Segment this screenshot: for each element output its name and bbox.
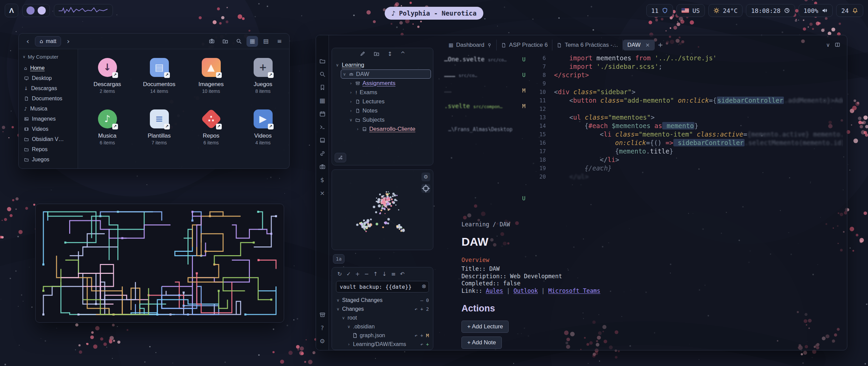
git-row-obsidian[interactable]: ∨.obsidian xyxy=(332,322,433,331)
tree-item-exams[interactable]: ›!Exams xyxy=(348,88,431,97)
tab-dashboard[interactable]: ▦Dashboard xyxy=(444,40,497,50)
sidebar-item-musica[interactable]: ♪Musica xyxy=(19,104,78,114)
explorer-sort-button[interactable]: ↕ xyxy=(388,51,392,58)
search-button[interactable] xyxy=(233,36,244,47)
note-breadcrumb[interactable]: Learning / DAW xyxy=(461,221,706,228)
folder-descargas[interactable]: ↓↗Descargas2 items xyxy=(81,50,133,101)
menu-button[interactable]: ≡ xyxy=(274,36,285,47)
ribbon-files[interactable] xyxy=(318,57,327,65)
git-undo-button[interactable]: ↶ xyxy=(400,271,405,277)
git-row-root[interactable]: ∨root xyxy=(332,313,433,322)
git-minus-button[interactable]: − xyxy=(364,271,369,277)
ribbon-camera[interactable] xyxy=(318,163,327,171)
graph-chip[interactable] xyxy=(335,153,346,162)
sidebar-item-home[interactable]: ⌂Home xyxy=(19,63,78,73)
explorer-new-folder-button[interactable] xyxy=(374,51,379,58)
ribbon-bookmarks[interactable] xyxy=(318,83,327,92)
sidebar-item-imagenes[interactable]: Imagenes xyxy=(19,114,78,124)
ribbon-book[interactable] xyxy=(318,136,327,144)
note-link-aules[interactable]: Aules xyxy=(486,287,503,294)
now-playing[interactable]: ♪ Polyphia - Neurotica xyxy=(385,7,484,20)
graph-settings-button[interactable]: ⚙ xyxy=(421,172,430,181)
git-refresh-button[interactable]: ↻ xyxy=(337,271,342,277)
git-row-changes[interactable]: ∨Changes↶ + 2 xyxy=(332,305,433,313)
tree-item-learning[interactable]: ∨Learning xyxy=(334,60,431,69)
topbar-module-clock[interactable]: 18:08:28 xyxy=(746,4,795,17)
sidebar-item-descargas[interactable]: ↓Descargas xyxy=(19,83,78,94)
topbar-widgets[interactable] xyxy=(22,4,50,17)
tab-tema-6-pr-cticas[interactable]: Tema 6 Prácticas -… xyxy=(552,40,623,50)
folder-juegos[interactable]: +↗Juegos8 items xyxy=(237,50,289,101)
sidebar-item-juegos[interactable]: Juegos xyxy=(19,155,78,165)
clear-icon[interactable]: ⊗ xyxy=(422,284,426,289)
tab-list-button[interactable]: ∨ xyxy=(826,42,830,48)
forward-button[interactable]: › xyxy=(63,36,73,46)
folder-plantillas[interactable]: ≡↗Plantillas7 items xyxy=(133,101,185,153)
sidebar-item-videos[interactable]: Videos xyxy=(19,124,78,134)
sidebar-item-documentos[interactable]: Documentos xyxy=(19,94,78,104)
sidebar-title[interactable]: ∨ My Computer xyxy=(19,54,78,63)
ribbon-help[interactable]: ? xyxy=(318,324,327,332)
graph-focus-button[interactable] xyxy=(421,184,430,193)
grid-view-button[interactable]: ▦ xyxy=(246,36,258,47)
git-check-button[interactable]: ✓ xyxy=(346,271,351,277)
action-button-add-note[interactable]: + Add Note xyxy=(461,337,502,349)
sidebar-item-repos[interactable]: Repos xyxy=(19,144,78,155)
graph-view[interactable] xyxy=(332,170,433,250)
commit-message-input[interactable] xyxy=(336,281,429,292)
widget-icon-1[interactable] xyxy=(26,6,35,15)
ribbon-search[interactable] xyxy=(318,70,327,78)
screenshot-button[interactable] xyxy=(206,36,217,47)
note-link-microsoft-teams[interactable]: Microsoft Teams xyxy=(548,287,600,294)
folder-musica[interactable]: ♪↗Musica6 items xyxy=(81,101,133,153)
list-view-button[interactable]: ▤ xyxy=(260,36,272,47)
git-menu-button[interactable]: ≡ xyxy=(391,271,395,277)
git-plus-button[interactable]: + xyxy=(355,271,360,277)
ribbon-canvas[interactable]: ▦ xyxy=(318,97,327,105)
topbar-module-keyboard-layout[interactable]: US xyxy=(676,4,705,17)
tree-item-desarrollo-cliente[interactable]: ›Desarrollo-Cliente xyxy=(354,124,431,134)
ribbon-sync[interactable] xyxy=(318,311,327,319)
folder-imagenes[interactable]: ▲↗Imagenes10 items xyxy=(185,50,237,101)
topbar-module-weather[interactable]: 24°C xyxy=(708,4,743,17)
tree-item-daw[interactable]: ∨DAW xyxy=(341,69,431,79)
tab-close-icon[interactable]: × xyxy=(645,42,650,48)
new-tab-button[interactable]: + xyxy=(655,40,666,50)
tab-daw[interactable]: DAW× xyxy=(623,40,654,50)
git-row-graph-json[interactable]: graph.json↶ + M xyxy=(332,331,433,340)
ribbon-link[interactable] xyxy=(318,149,327,158)
folder-repos[interactable]: ∴↗Repos6 items xyxy=(185,101,237,153)
new-folder-button[interactable] xyxy=(219,36,231,47)
split-button[interactable] xyxy=(835,42,840,48)
topbar-module-updates[interactable]: 11 xyxy=(646,4,673,17)
tree-item-lectures[interactable]: ›Lectures xyxy=(348,97,431,106)
sidebar-item-obsidian-v[interactable]: Obsidian V… xyxy=(19,134,78,144)
widget-icon-2[interactable] xyxy=(38,6,46,15)
ribbon-random[interactable]: × xyxy=(318,189,327,197)
folder-documentos[interactable]: ▤↗Documentos14 items xyxy=(133,50,185,101)
folder-videos[interactable]: ▶↗Videos4 items xyxy=(237,101,289,153)
git-up-button[interactable]: ↑ xyxy=(373,271,378,277)
action-button-add-lecture[interactable]: + Add Lecture xyxy=(461,321,509,333)
tab-asp-practice-6[interactable]: ASP Practice 6 xyxy=(497,40,552,50)
launcher-button[interactable]: Λ xyxy=(5,4,18,17)
ribbon-calendar[interactable] xyxy=(318,110,327,118)
git-row-staged-changes[interactable]: ∨Staged Changes— 0 xyxy=(332,296,433,305)
sidebar-item-desktop[interactable]: Desktop xyxy=(19,73,78,83)
reading-mode-chip[interactable]: 1a xyxy=(333,254,344,264)
back-button[interactable]: ‹ xyxy=(23,36,33,46)
explorer-collapse-all-button[interactable]: ^ xyxy=(400,51,405,58)
ribbon-settings[interactable]: ⚙ xyxy=(318,337,327,345)
tree-item-assignments[interactable]: ›Assignments xyxy=(348,79,431,88)
editor-area[interactable]: …One.sveltesrc/co…U………src/co…U……M.svelte… xyxy=(441,52,843,350)
explorer-new-note-button[interactable] xyxy=(360,51,366,58)
breadcrumb[interactable]: ⌂ matt xyxy=(35,36,61,46)
topbar-module-volume[interactable]: 100% xyxy=(798,4,833,17)
tree-item-notes[interactable]: ›Notes xyxy=(348,106,431,115)
ribbon-currency[interactable]: $ xyxy=(318,176,327,184)
git-row-learning-daw-exams[interactable]: ›Learning/DAW/Exams↶ + xyxy=(332,340,433,349)
git-down-button[interactable]: ↓ xyxy=(382,271,387,277)
note-link-outlook[interactable]: Outlook xyxy=(514,287,538,294)
ribbon-terminal[interactable] xyxy=(318,123,327,131)
tree-item-subjects[interactable]: ∨Subjects xyxy=(348,115,431,124)
